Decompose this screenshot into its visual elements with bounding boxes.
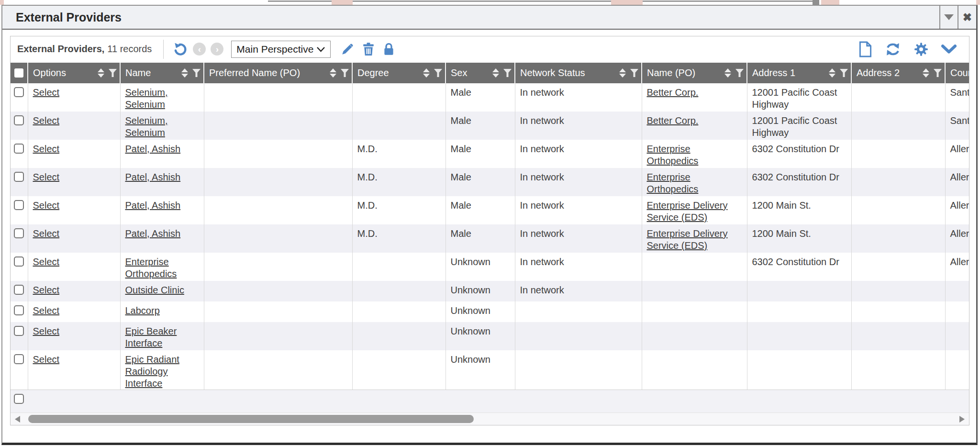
select-link[interactable]: Select (33, 305, 60, 316)
name_po-link[interactable]: Enterprise Orthopedics (647, 172, 699, 194)
name_po-link[interactable]: Enterprise Orthopedics (647, 144, 699, 166)
row-checkbox[interactable] (14, 87, 24, 97)
footer-row-checkbox[interactable] (14, 394, 24, 404)
filter-funnel-icon[interactable] (934, 69, 942, 77)
column-header-sex[interactable]: Sex (445, 63, 515, 83)
cell-name_po (642, 350, 747, 390)
column-header-address1[interactable]: Address 1 (747, 63, 851, 83)
refresh-button[interactable] (885, 42, 901, 57)
row-checkbox[interactable] (14, 172, 24, 182)
cell-sex: Unknown (445, 350, 515, 390)
name-link[interactable]: Patel, Ashish (125, 200, 181, 211)
scroll-left-icon[interactable] (15, 416, 20, 423)
county-value: Aller (950, 228, 969, 239)
name-link[interactable]: Labcorp (125, 305, 160, 316)
name_po-link[interactable]: Enterprise Delivery Service (EDS) (647, 228, 728, 251)
column-header-degree[interactable]: Degree (352, 63, 445, 83)
row-checkbox[interactable] (14, 354, 24, 364)
column-header-county[interactable]: Coun (945, 63, 969, 83)
sort-icon[interactable] (330, 68, 336, 78)
nav-back-button[interactable]: ‹ (193, 43, 206, 56)
name-link[interactable]: Selenium, Selenium (125, 87, 168, 110)
name_po-link[interactable]: Better Corp. (647, 115, 699, 126)
undo-button[interactable] (173, 42, 188, 56)
name-link[interactable]: Patel, Ashish (125, 228, 181, 239)
sort-icon[interactable] (181, 68, 188, 78)
name-link[interactable]: Epic Radiant Radiology Interface (125, 354, 179, 389)
sort-icon[interactable] (724, 68, 731, 78)
name-link[interactable]: Selenium, Selenium (125, 115, 168, 138)
sex-value: Male (451, 115, 471, 126)
select-link[interactable]: Select (33, 256, 60, 267)
horizontal-scrollbar[interactable] (11, 413, 969, 425)
cell-degree (352, 83, 445, 112)
new-record-button[interactable] (858, 41, 872, 57)
sort-icon[interactable] (492, 68, 499, 78)
column-header-options[interactable]: Options (28, 63, 120, 83)
row-checkbox[interactable] (14, 305, 24, 315)
expand-grid-button[interactable] (941, 45, 957, 54)
scroll-right-icon[interactable] (959, 416, 965, 423)
cell-county: Sant (945, 83, 969, 112)
select-link[interactable]: Select (33, 285, 60, 295)
column-header-name_po[interactable]: Name (PO) (642, 63, 747, 83)
filter-funnel-icon[interactable] (109, 69, 117, 77)
column-header-network_status[interactable]: Network Status (515, 63, 642, 83)
sort-icon[interactable] (423, 68, 430, 78)
sort-icon[interactable] (923, 68, 929, 78)
column-header-address2[interactable]: Address 2 (851, 63, 945, 83)
window-close-button[interactable]: ✖ (958, 6, 976, 29)
name-link[interactable]: Epic Beaker Interface (125, 326, 177, 348)
filter-funnel-icon[interactable] (434, 69, 442, 77)
filter-funnel-icon[interactable] (192, 69, 200, 77)
nav-forward-button[interactable]: › (211, 43, 223, 56)
select-link[interactable]: Select (33, 172, 60, 182)
cell-name: Patel, Ashish (120, 196, 204, 224)
select-link[interactable]: Select (33, 115, 60, 126)
filter-funnel-icon[interactable] (840, 69, 848, 77)
window-collapse-button[interactable] (939, 6, 958, 29)
column-header-checkbox[interactable] (11, 63, 28, 83)
background-fragment (611, 0, 643, 5)
name_po-link[interactable]: Better Corp. (647, 87, 699, 98)
name_po-link[interactable]: Enterprise Delivery Service (EDS) (647, 200, 728, 223)
lock-button[interactable] (382, 42, 395, 56)
row-checkbox[interactable] (14, 326, 24, 336)
column-header-preferred_name[interactable]: Preferred Name (PO) (204, 63, 352, 83)
cell-name_po: Enterprise Orthopedics (642, 168, 747, 196)
cell-sex: Unknown (445, 301, 515, 322)
sort-icon[interactable] (619, 68, 626, 78)
row-checkbox[interactable] (14, 115, 24, 125)
sex-value: Male (451, 87, 471, 98)
filter-funnel-icon[interactable] (503, 69, 512, 77)
select-link[interactable]: Select (33, 228, 60, 239)
perspective-select[interactable]: Main Perspective (231, 41, 331, 58)
row-checkbox[interactable] (14, 256, 24, 267)
sort-icon[interactable] (829, 68, 835, 78)
row-checkbox[interactable] (14, 200, 24, 210)
filter-funnel-icon[interactable] (735, 69, 744, 77)
cell-name_po (642, 281, 747, 301)
cell-county (945, 350, 969, 390)
filter-funnel-icon[interactable] (630, 69, 638, 77)
delete-perspective-button[interactable] (362, 42, 375, 56)
row-checkbox[interactable] (14, 228, 24, 238)
scrollbar-thumb[interactable] (28, 415, 474, 423)
edit-perspective-button[interactable] (340, 42, 355, 56)
filter-funnel-icon[interactable] (341, 69, 349, 77)
name-link[interactable]: Patel, Ashish (125, 144, 181, 154)
select-link[interactable]: Select (33, 200, 60, 211)
select-link[interactable]: Select (33, 144, 60, 154)
name-link[interactable]: Enterprise Orthopedics (125, 256, 177, 279)
select-all-checkbox[interactable] (14, 68, 23, 78)
column-header-name[interactable]: Name (120, 63, 204, 83)
row-checkbox[interactable] (14, 285, 24, 295)
sort-icon[interactable] (98, 68, 104, 78)
row-checkbox[interactable] (14, 144, 24, 154)
settings-button[interactable] (913, 42, 929, 57)
name-link[interactable]: Patel, Ashish (125, 172, 181, 182)
select-link[interactable]: Select (33, 326, 60, 336)
select-link[interactable]: Select (33, 354, 60, 365)
select-link[interactable]: Select (33, 87, 60, 98)
name-link[interactable]: Outside Clinic (125, 285, 184, 295)
